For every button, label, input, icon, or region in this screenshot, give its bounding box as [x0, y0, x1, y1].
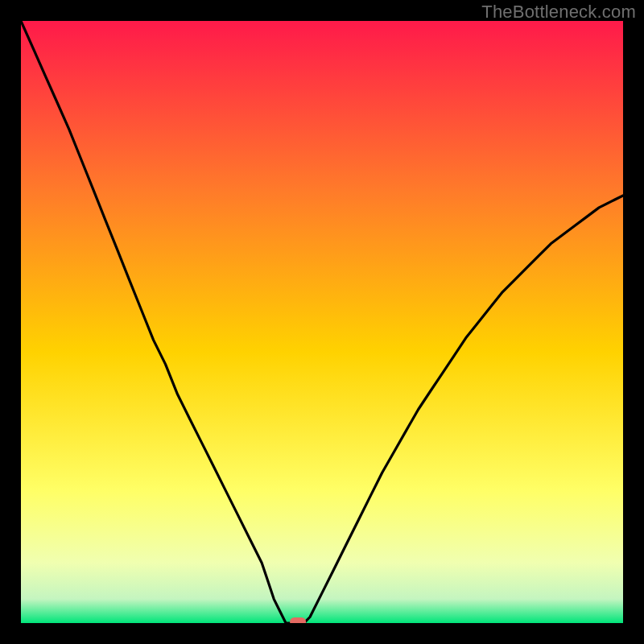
gradient-background: [21, 21, 623, 623]
bottleneck-chart: [21, 21, 623, 623]
watermark-label: TheBottleneck.com: [481, 2, 636, 23]
plot-area: [21, 21, 623, 623]
chart-frame: TheBottleneck.com: [0, 0, 644, 644]
optimal-marker: [290, 617, 306, 623]
